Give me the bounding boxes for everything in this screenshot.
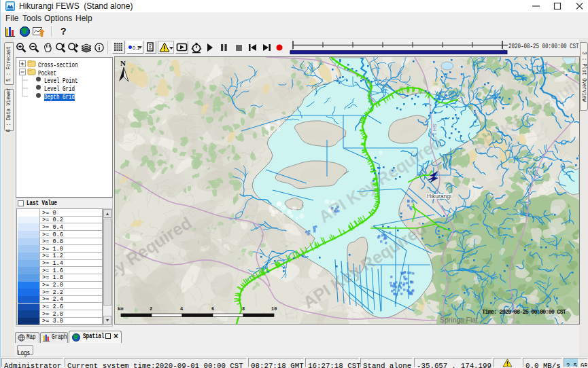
svg-text:Springs Flat: Springs Flat [440,316,478,324]
svg-text:SH 1: SH 1 [432,124,438,136]
svg-text:10: 10 [271,306,277,312]
svg-text:N: N [120,59,126,67]
svg-text:2: 2 [150,306,152,312]
svg-text:4: 4 [180,306,183,312]
svg-text:Hikurangi: Hikurangi [427,193,451,200]
svg-text:8: 8 [242,306,245,312]
svg-text:Time: 2020-08-25 00:00:00 CST: Time: 2020-08-25 00:00:00 CST [482,309,566,316]
svg-text:6: 6 [211,306,214,312]
svg-text:km: km [118,306,123,312]
